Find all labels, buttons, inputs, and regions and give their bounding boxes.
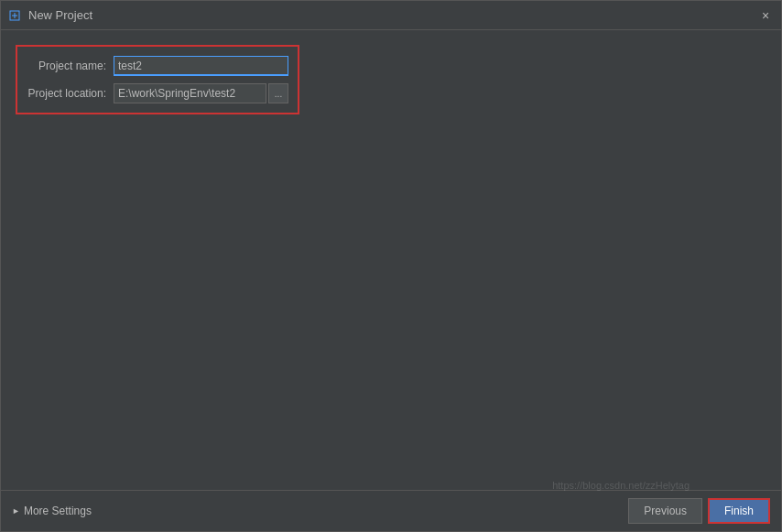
new-project-icon: [8, 8, 23, 23]
dialog-content: Project name: Project location: ...: [1, 30, 781, 490]
title-bar: New Project ×: [1, 1, 781, 30]
project-location-input[interactable]: [114, 83, 266, 103]
bottom-bar: ► More Settings Previous Finish: [1, 490, 781, 531]
form-highlight-area: Project name: Project location: ...: [16, 45, 299, 114]
project-name-label: Project name:: [27, 60, 114, 72]
title-bar-left: New Project: [8, 8, 92, 23]
more-settings-toggle[interactable]: ► More Settings: [12, 505, 92, 517]
finish-button[interactable]: Finish: [708, 498, 770, 524]
project-location-label: Project location:: [27, 87, 114, 100]
more-settings-label: More Settings: [24, 505, 92, 517]
project-name-row: Project name:: [27, 56, 288, 76]
chevron-right-icon: ►: [12, 506, 20, 516]
project-location-input-wrapper: ...: [114, 83, 288, 103]
dialog-title: New Project: [28, 8, 92, 22]
previous-button[interactable]: Previous: [628, 498, 702, 524]
project-name-input[interactable]: [114, 56, 288, 76]
close-button[interactable]: ×: [757, 7, 774, 24]
new-project-dialog: New Project × Project name: Project loca…: [0, 0, 782, 532]
content-spacer: [16, 114, 766, 490]
project-name-input-wrapper: [114, 56, 288, 76]
button-group: Previous Finish: [628, 498, 770, 524]
browse-button[interactable]: ...: [268, 83, 288, 103]
project-location-row: Project location: ...: [27, 83, 288, 103]
